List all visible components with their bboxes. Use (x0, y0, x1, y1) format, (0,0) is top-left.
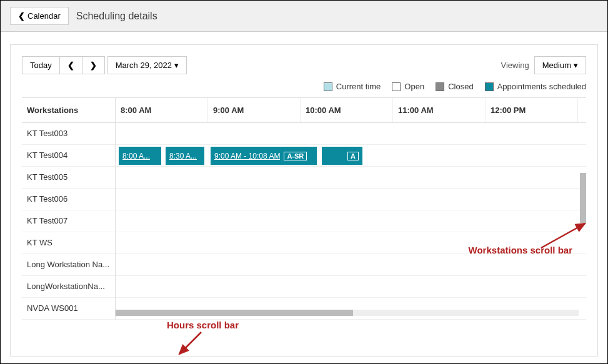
legend: Current time Open Closed Appointments sc… (22, 82, 586, 91)
legend-label: Current time (336, 82, 381, 91)
toolbar-right: Viewing Medium ▾ (501, 56, 586, 74)
appointment-label: 8:00 A... (122, 152, 150, 160)
swatch-open-icon (392, 82, 401, 91)
time-column-header: 11:00 AM (393, 98, 486, 122)
view-size-value: Medium (542, 61, 571, 70)
time-column-header: 12:00 PM (486, 98, 578, 122)
appointment-block[interactable]: A (322, 147, 362, 165)
chevron-left-icon: ❮ (18, 11, 25, 21)
page-title: Scheduling details (76, 11, 157, 22)
content-panel: Today ❮ ❯ March 29, 2022 ▾ Viewing Mediu… (10, 44, 598, 357)
time-column-header: 10:00 AM (301, 98, 393, 122)
swatch-current-time-icon (324, 82, 332, 91)
toolbar-left: Today ❮ ❯ March 29, 2022 ▾ (22, 56, 187, 74)
chevron-left-icon: ❮ (67, 61, 74, 70)
workstations-header: Workstations (22, 98, 116, 122)
schedule: Workstations 8:00 AM9:00 AM10:00 AM11:00… (22, 97, 586, 320)
back-label: Calendar (27, 11, 61, 21)
schedule-grid-row (116, 298, 586, 320)
next-day-button[interactable]: ❯ (82, 56, 105, 74)
schedule-header: Workstations 8:00 AM9:00 AM10:00 AM11:00… (22, 98, 586, 123)
legend-current-time: Current time (324, 82, 381, 91)
legend-label: Appointments scheduled (497, 82, 586, 91)
workstation-column: KT Test003KT Test004KT Test005KT Test006… (22, 123, 116, 320)
view-size-select[interactable]: Medium ▾ (534, 56, 586, 74)
caret-down-icon: ▾ (574, 61, 578, 70)
appointment-label: 8:30 A... (169, 152, 197, 160)
vertical-scrollbar[interactable] (580, 173, 586, 223)
swatch-appointments-icon (485, 82, 494, 91)
today-button[interactable]: Today (22, 56, 60, 74)
legend-appointments: Appointments scheduled (485, 82, 586, 91)
time-header: 8:00 AM9:00 AM10:00 AM11:00 AM12:00 PM (116, 98, 586, 122)
workstation-row-label: Long Workstation Na... (22, 254, 115, 276)
viewing-label: Viewing (501, 61, 529, 70)
annotation-hours-scroll: Hours scroll bar (167, 320, 239, 330)
svg-line-1 (179, 332, 201, 354)
schedule-grid-row (116, 189, 586, 210)
time-column-header: 9:00 AM (208, 98, 301, 122)
workstation-row-label: KT Test004 (22, 145, 115, 167)
workstation-row-label: KT Test006 (22, 189, 115, 210)
schedule-grid-row (116, 123, 586, 145)
legend-closed: Closed (436, 82, 473, 91)
appointment-label: 9:00 AM - 10:08 AM (214, 152, 280, 160)
toolbar: Today ❮ ❯ March 29, 2022 ▾ Viewing Mediu… (22, 56, 586, 74)
schedule-grid-row: 8:00 A...8:30 A...9:00 AM - 10:08 AMA-SR… (116, 145, 586, 167)
schedule-grid-row (116, 232, 586, 254)
schedule-grid-row (116, 210, 586, 232)
schedule-grid-row (116, 167, 586, 189)
workstation-row-label: NVDA WS001 (22, 298, 115, 320)
schedule-body: KT Test003KT Test004KT Test005KT Test006… (22, 123, 586, 320)
back-to-calendar-button[interactable]: ❮ Calendar (10, 7, 69, 25)
appointment-block[interactable]: 8:30 A... (166, 147, 204, 165)
horizontal-scrollbar[interactable] (116, 310, 579, 316)
time-column-header: 8:00 AM (116, 98, 208, 122)
workstation-row-label: KT Test003 (22, 123, 115, 145)
date-picker-button[interactable]: March 29, 2022 ▾ (107, 56, 187, 74)
swatch-closed-icon (436, 82, 444, 91)
prev-day-button[interactable]: ❮ (60, 56, 82, 74)
date-label: March 29, 2022 (116, 61, 172, 70)
caret-down-icon: ▾ (174, 61, 179, 70)
arrow-icon (173, 329, 211, 360)
header-bar: ❮ Calendar Scheduling details (1, 1, 607, 32)
date-nav-group: Today ❮ ❯ (22, 56, 105, 74)
workstation-row-label: KT Test005 (22, 167, 115, 189)
appointment-badge: A (347, 152, 359, 160)
schedule-grid[interactable]: 8:00 A...8:30 A...9:00 AM - 10:08 AMA-SR… (116, 123, 586, 320)
schedule-grid-row (116, 254, 586, 276)
schedule-grid-row (116, 276, 586, 298)
workstation-row-label: KT Test007 (22, 210, 115, 232)
horizontal-scroll-thumb[interactable] (116, 310, 353, 316)
legend-label: Open (404, 82, 424, 91)
workstation-row-label: LongWorkstationNa... (22, 276, 115, 298)
chevron-right-icon: ❯ (90, 61, 97, 70)
appointment-block[interactable]: 8:00 A... (119, 147, 161, 165)
appointment-block[interactable]: 9:00 AM - 10:08 AMA-SR (211, 147, 317, 165)
legend-open: Open (392, 82, 424, 91)
appointment-badge: A-SR (284, 152, 307, 160)
workstation-row-label: KT WS (22, 232, 115, 254)
legend-label: Closed (448, 82, 473, 91)
